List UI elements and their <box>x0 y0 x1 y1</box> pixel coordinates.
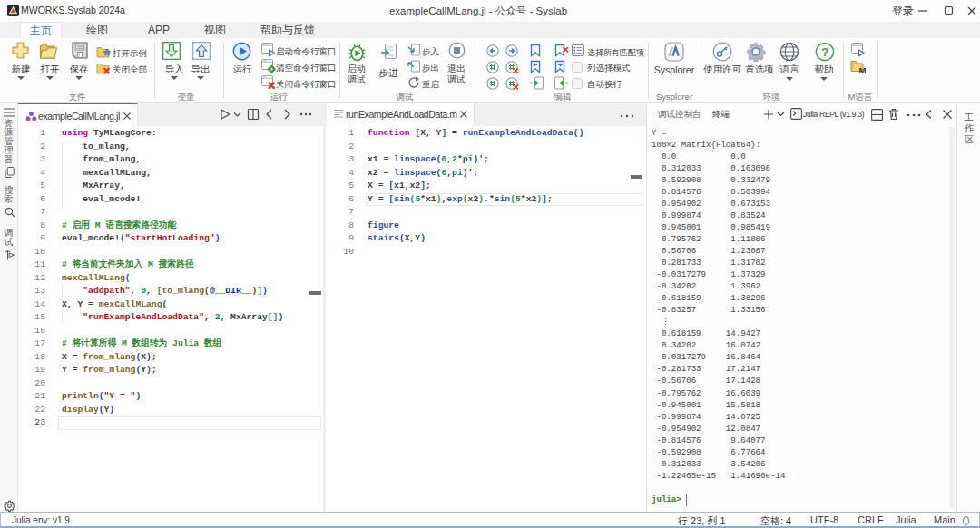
svg-text:?: ? <box>821 45 828 59</box>
svg-text:M: M <box>859 65 867 74</box>
